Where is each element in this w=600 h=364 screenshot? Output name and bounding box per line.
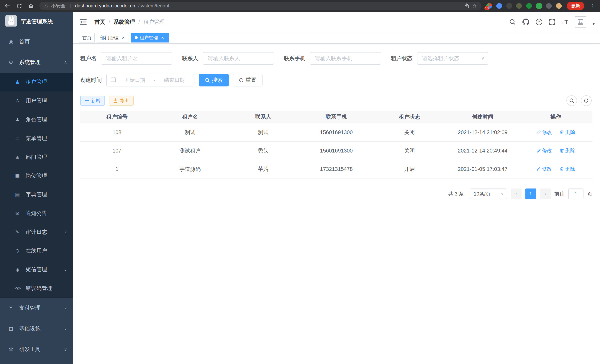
sidebar-item-menu-mgmt[interactable]: ≣ 菜单管理 xyxy=(0,129,73,148)
menu-list-icon: ≣ xyxy=(14,135,21,141)
tab-home[interactable]: 首页 xyxy=(79,33,95,42)
create-time-range-picker[interactable]: 开始日期 - 结束日期 xyxy=(106,74,194,86)
tab-dept-mgmt[interactable]: 部门管理 × xyxy=(97,33,129,42)
cell-contact: 测试 xyxy=(227,123,300,141)
cell-tenant-id: 107 xyxy=(80,141,153,160)
tenant-name-input[interactable] xyxy=(101,52,172,65)
sidebar-item-error-code-mgmt[interactable]: </> 错误码管理 xyxy=(0,279,73,298)
sidebar-item-role-mgmt[interactable]: ♟ 角色管理 xyxy=(0,110,73,129)
active-tab-dot xyxy=(135,36,138,39)
tab-tenant-mgmt[interactable]: 租户管理 × xyxy=(131,33,169,42)
font-size-icon[interactable]: TT xyxy=(562,19,568,25)
share-icon[interactable] xyxy=(464,3,469,9)
page-number-1[interactable]: 1 xyxy=(525,188,536,199)
add-button-label: 新增 xyxy=(91,98,100,104)
screen: ⚠ 不安全 dashboard.yudao.iocoder.cn/system/… xyxy=(0,0,600,364)
chevron-down-icon: ∨ xyxy=(64,327,67,331)
breadcrumb-system-mgmt[interactable]: 系统管理 xyxy=(113,18,135,26)
sidebar-item-post-mgmt[interactable]: ▣ 岗位管理 xyxy=(0,166,73,185)
export-button[interactable]: 导出 xyxy=(109,96,134,106)
refresh-table-button[interactable] xyxy=(581,95,592,106)
top-navbar: 首页 / 系统管理 / 租户管理 ? xyxy=(73,12,600,32)
sidebar-item-system-mgmt[interactable]: ⚙ 系统管理 ∧ xyxy=(0,52,73,73)
cell-status: 开启 xyxy=(373,160,446,178)
header-search-icon[interactable] xyxy=(509,19,516,25)
tenant-status-label: 租户状态 xyxy=(391,55,412,62)
browser-back-icon[interactable] xyxy=(4,2,11,9)
tab-close-icon[interactable]: × xyxy=(160,35,165,40)
sidebar-collapse-icon[interactable] xyxy=(78,19,88,25)
sidebar-item-dept-mgmt[interactable]: ⊞ 部门管理 xyxy=(0,148,73,166)
extension-icon[interactable] xyxy=(496,3,502,9)
delete-link-label: 删除 xyxy=(565,166,575,172)
prev-page-button[interactable]: ‹ xyxy=(511,188,522,199)
reset-button[interactable]: 重置 xyxy=(233,74,262,86)
extension-icon[interactable] xyxy=(526,3,532,9)
browser-menu-icon[interactable]: ⋮ xyxy=(589,3,596,9)
contact-phone-input[interactable] xyxy=(310,52,381,65)
extension-icon[interactable] xyxy=(556,3,562,9)
page-size-select[interactable]: 10条/页 ∨ xyxy=(470,188,507,199)
add-button[interactable]: 新增 xyxy=(80,96,105,106)
sidebar-item-label: 部门管理 xyxy=(26,153,47,161)
delete-link[interactable]: 删除 xyxy=(560,129,575,136)
bookmark-star-icon[interactable]: ☆ xyxy=(473,3,477,9)
user-avatar[interactable] xyxy=(575,16,586,28)
cell-created: 2021-12-14 20:49:44 xyxy=(446,141,519,160)
browser-refresh-icon[interactable] xyxy=(16,2,23,9)
sidebar-item-dev-tools[interactable]: ⚒ 研发工具 ∨ xyxy=(0,339,73,360)
sidebar-item-payment-mgmt[interactable]: ¥ 支付管理 ∨ xyxy=(0,298,73,318)
message-icon: ✉ xyxy=(14,210,21,216)
sidebar-item-home[interactable]: ◉ 首页 xyxy=(0,31,73,52)
extension-icon[interactable]: 10 xyxy=(486,3,492,9)
pagination-total: 共 3 条 xyxy=(448,191,464,197)
org-tree-icon: ⊞ xyxy=(14,154,21,160)
contact-input[interactable] xyxy=(203,52,274,65)
help-icon[interactable]: ? xyxy=(536,19,542,25)
page-content: 租户名 联系人 联系手机 租户状态 请选择租户状态 xyxy=(73,44,600,364)
sidebar-item-user-mgmt[interactable]: ♙ 用户管理 xyxy=(0,92,73,110)
extension-icon[interactable] xyxy=(536,3,542,9)
goto-page-input[interactable] xyxy=(568,188,584,199)
sidebar-item-infrastructure[interactable]: ⊡ 基础设施 ∨ xyxy=(0,318,73,339)
edit-link[interactable]: 修改 xyxy=(536,129,552,136)
dictionary-icon: ▤ xyxy=(14,192,21,198)
extension-icon[interactable] xyxy=(546,3,552,9)
sidebar-item-tenant-mgmt[interactable]: ♟ 租户管理 xyxy=(0,73,73,92)
tab-close-icon[interactable]: × xyxy=(121,35,126,40)
fullscreen-icon[interactable] xyxy=(549,19,555,25)
browser-update-button[interactable]: 更新 xyxy=(567,2,584,10)
address-bar[interactable]: ⚠ 不安全 dashboard.yudao.iocoder.cn/system/… xyxy=(39,2,481,10)
extension-icon[interactable] xyxy=(506,3,512,9)
date-range-separator: - xyxy=(154,77,155,83)
browser-chrome: ⚠ 不安全 dashboard.yudao.iocoder.cn/system/… xyxy=(0,0,600,12)
sidebar-item-notice[interactable]: ✉ 通知公告 xyxy=(0,204,73,223)
breadcrumb-home[interactable]: 首页 xyxy=(94,18,105,26)
toggle-search-button[interactable] xyxy=(566,95,577,106)
delete-link[interactable]: 删除 xyxy=(560,166,575,172)
sidebar-item-dict-mgmt[interactable]: ▤ 字典管理 xyxy=(0,185,73,204)
chevron-down-icon: ∨ xyxy=(501,192,504,196)
sidebar-item-online-users[interactable]: ⊙ 在线用户 xyxy=(0,241,73,260)
sidebar-item-sms-mgmt[interactable]: ◈ 短信管理 ∨ xyxy=(0,260,73,279)
cell-phone: 17321315478 xyxy=(300,160,373,178)
delete-link[interactable]: 删除 xyxy=(560,147,575,154)
avatar-caret-down-icon[interactable]: ▾ xyxy=(593,22,595,26)
edit-link[interactable]: 修改 xyxy=(536,166,552,172)
reset-button-label: 重置 xyxy=(246,76,256,84)
github-icon[interactable] xyxy=(523,19,529,25)
infrastructure-icon: ⊡ xyxy=(8,326,14,332)
cell-tenant-name: 测试租户 xyxy=(153,141,226,160)
next-page-button[interactable]: › xyxy=(540,188,551,199)
security-label: 不安全 xyxy=(51,3,66,9)
sidebar-logo[interactable]: 芋道管理系统 xyxy=(0,12,73,31)
chevron-down-icon: ∨ xyxy=(64,347,67,352)
delete-link-label: 删除 xyxy=(565,129,575,136)
search-button[interactable]: 搜索 xyxy=(199,74,229,86)
tenant-status-select[interactable]: 请选择租户状态 ∨ xyxy=(417,52,488,65)
extension-icon[interactable] xyxy=(516,3,522,9)
code-icon: </> xyxy=(14,286,21,291)
sidebar-item-audit-log[interactable]: ✎ 审计日志 ∨ xyxy=(0,223,73,241)
edit-link[interactable]: 修改 xyxy=(536,147,552,154)
browser-home-icon[interactable] xyxy=(28,2,35,9)
